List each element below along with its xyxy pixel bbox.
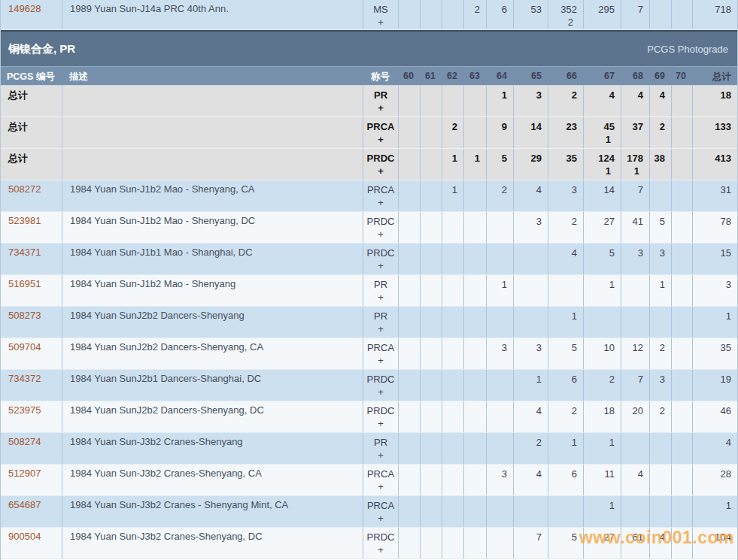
grade-count-plus-value (487, 449, 507, 462)
grade-count-cell (442, 275, 463, 306)
grade-count-value: 4 (514, 183, 542, 196)
grade-count-plus-value (487, 480, 507, 493)
grade-count-value (421, 468, 436, 480)
grade-count-plus-value (514, 449, 542, 462)
grade-count-cell: 2 (548, 212, 583, 243)
grade-count-plus-value (399, 449, 414, 462)
grade-count-value: 14 (584, 183, 615, 196)
pcgs-number-link[interactable]: 523975 (8, 404, 41, 416)
pcgs-number-link[interactable]: 523981 (8, 215, 41, 226)
column-header-description: 描述 (62, 67, 363, 85)
pcgs-number-link[interactable]: 508272 (8, 183, 41, 195)
grade-count-cell: 78 (692, 212, 737, 243)
grade-count-value (464, 183, 480, 196)
grade-count-value: 1 (584, 278, 615, 291)
grade-count-plus-value (650, 543, 665, 556)
grade-count-plus-value (584, 16, 615, 29)
grade-count-plus-value (464, 101, 480, 114)
grade-count-plus-value (621, 196, 643, 209)
grade-count-cell (398, 338, 420, 369)
pcgs-number-link[interactable]: 508274 (8, 436, 41, 447)
grade-count-plus-value (399, 16, 414, 29)
grade-count-cell (486, 244, 513, 274)
plus-indicator: + (363, 16, 398, 29)
table-row: 5082741984 Yuan Sun-J3b2 Cranes-Shenyang… (1, 433, 737, 465)
coin-description: 1984 Yuan Sun-J1b2 Mao - Shenyang, DC (62, 212, 363, 243)
grade-count-plus-value (584, 196, 615, 209)
grade-count-plus-value (672, 259, 686, 272)
column-header-grade-64: 64 (486, 67, 513, 85)
grade-count-value (650, 499, 665, 512)
pcgs-number-cell: 508274 (1, 433, 62, 464)
grade-count-cell (442, 86, 463, 117)
grade-count-value: 1 (548, 436, 577, 449)
grade-count-cell: 12 (621, 338, 649, 369)
grade-count-cell (463, 496, 486, 527)
grade-count-cell: 9 (486, 117, 513, 148)
pcgs-number-link[interactable]: 734372 (8, 373, 41, 384)
grade-count-cell: 3 (486, 338, 513, 369)
grade-count-value (421, 3, 436, 16)
grade-count-plus-value (548, 133, 577, 146)
pcgs-number-link[interactable]: 900504 (8, 531, 41, 542)
grade-count-cell (398, 528, 420, 558)
grade-count-value: 5 (548, 341, 577, 354)
grade-count-cell (463, 465, 486, 495)
grade-count-value (399, 3, 414, 16)
grade-count-plus-value (399, 480, 414, 493)
grade-count-value (514, 499, 542, 512)
column-header-grade-66: 66 (548, 67, 583, 85)
grade-count-plus-value (672, 543, 686, 556)
grade-count-cell: 1 (486, 86, 513, 117)
grade-count-value (672, 436, 686, 449)
pcgs-number-link[interactable]: 509704 (8, 341, 41, 353)
pcgs-number-link[interactable]: 149628 (8, 3, 41, 14)
designation-value: PRDC (363, 247, 398, 259)
grade-count-cell: 133 (692, 117, 737, 148)
table-row: 6546871984 Yuan Sun-J3b2 Cranes - Shenya… (1, 496, 737, 528)
grade-count-value (672, 215, 686, 228)
grade-count-cell: 6 (548, 465, 583, 495)
grade-count-value (421, 373, 436, 386)
pcgs-number-link[interactable]: 654687 (8, 499, 41, 510)
grade-count-cell (398, 212, 420, 243)
grade-count-value (399, 310, 414, 322)
grade-count-value: 2 (548, 215, 577, 228)
grade-count-value (672, 152, 686, 165)
grade-count-value: 6 (548, 468, 577, 480)
grade-count-cell (671, 401, 692, 432)
pcgs-photograde-link[interactable]: PCGS Photograde (647, 44, 728, 55)
pcgs-number-link[interactable]: 516951 (8, 278, 41, 289)
grade-count-value: 1 (442, 152, 457, 165)
grade-count-plus-value (514, 322, 542, 335)
grade-count-cell: 46 (692, 401, 737, 432)
grade-count-plus-value (487, 228, 507, 241)
grade-count-value: 413 (693, 152, 731, 165)
grade-count-value (672, 499, 686, 512)
grade-count-cell (583, 307, 621, 338)
grade-count-plus-value (548, 386, 577, 398)
grade-count-plus-value (421, 196, 436, 209)
coin-description: 1984 Yuan SunJ2b2 Dancers-Shenyang, CA (62, 338, 363, 369)
pcgs-number-link[interactable]: 734371 (8, 247, 41, 258)
grade-count-plus-value (421, 259, 436, 272)
grade-count-plus-value (421, 543, 436, 556)
grade-count-value (421, 120, 436, 133)
grade-count-value (442, 341, 457, 354)
grade-count-value (672, 278, 686, 291)
grade-count-value: 1 (693, 499, 731, 512)
grade-count-cell (486, 433, 513, 464)
grade-count-cell (671, 275, 692, 306)
grade-count-cell (621, 275, 649, 306)
grade-count-cell: 1 (513, 370, 548, 401)
grade-count-plus-value (399, 543, 414, 556)
grade-count-value (464, 310, 480, 322)
grade-count-plus-value (487, 133, 507, 146)
pcgs-number-link[interactable]: 508273 (8, 310, 41, 321)
pcgs-number-cell: 512907 (1, 465, 62, 495)
grade-count-cell (420, 0, 442, 29)
grade-count-cell: 14 (513, 117, 548, 148)
pcgs-number-link[interactable]: 512907 (8, 468, 41, 479)
grade-count-value (421, 404, 436, 417)
grade-count-cell (463, 244, 486, 274)
